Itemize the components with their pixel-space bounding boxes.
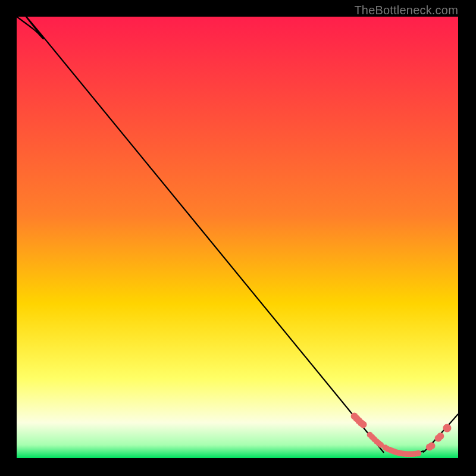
plot-area xyxy=(17,17,458,458)
data-point xyxy=(415,450,421,456)
chart-svg xyxy=(17,17,458,458)
gradient-background xyxy=(17,17,458,458)
data-point xyxy=(359,421,367,428)
data-point xyxy=(428,442,435,449)
attribution-label: TheBottleneck.com xyxy=(354,4,458,17)
data-point xyxy=(437,433,444,440)
data-point xyxy=(443,424,451,433)
chart-stage: TheBottleneck.com xyxy=(0,0,476,476)
